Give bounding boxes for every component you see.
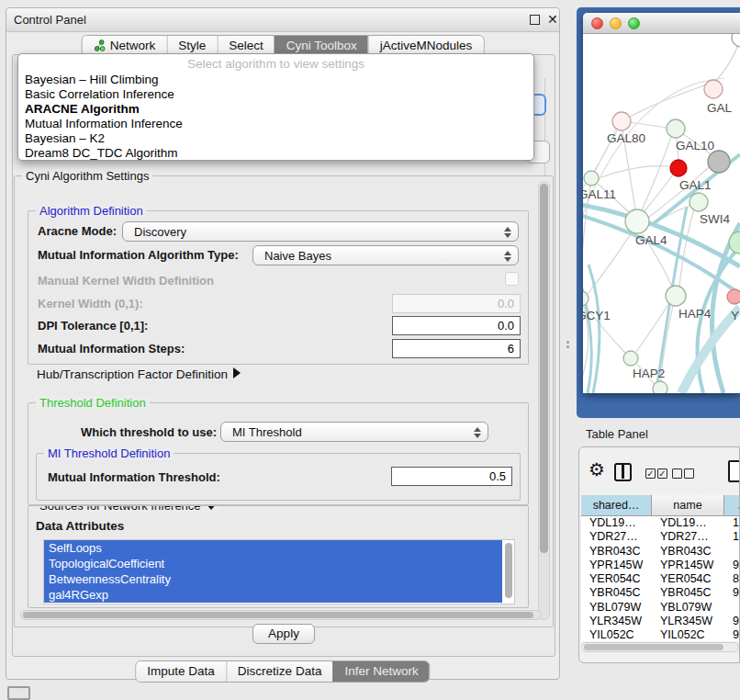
table-header-row: shared…nameA [581, 495, 740, 516]
algorithm-option[interactable]: Dream8 DC_TDC Algorithm [18, 146, 533, 161]
table-cell: YLR345W [581, 615, 652, 628]
apply-button[interactable]: Apply [252, 624, 315, 644]
threshold-definition-title: Threshold Definition [36, 396, 150, 410]
network-edge[interactable] [644, 175, 673, 212]
settings-horizontal-scrollbar[interactable] [20, 610, 542, 620]
unchecked-checkbox-icon[interactable] [672, 469, 682, 479]
network-view-frame: GALGAL80GAL10GAL1GAL11SWI4GAL4GCY1HAP4YH… [577, 7, 740, 418]
split-columns-icon[interactable] [614, 463, 632, 481]
table-cell: YBR043C [652, 545, 724, 559]
sources-group-title[interactable]: Sources for Network Inference [36, 505, 220, 513]
column-header[interactable]: shared… [581, 495, 652, 516]
table-row[interactable]: YLR345WYLR345W9. [581, 615, 740, 628]
network-node-y[interactable] [727, 289, 740, 304]
close-icon[interactable]: ✕ [547, 12, 558, 27]
algorithm-option[interactable]: Basic Correlation Inference [18, 87, 533, 102]
attribute-item-selected[interactable]: gal4RGexp [44, 587, 502, 603]
network-edge[interactable] [630, 85, 707, 117]
dpi-tolerance-field[interactable]: 0.0 [392, 316, 521, 335]
mi-threshold-definition-title: MI Threshold Definition [44, 446, 174, 460]
cyni-algorithm-settings-group: Cyni Algorithm Settings Algorithm Defini… [14, 175, 554, 627]
settings-vertical-scrollbar[interactable] [538, 181, 550, 620]
scrollbar-thumb[interactable] [540, 184, 548, 553]
tab-infer-network[interactable]: Infer Network [332, 661, 429, 682]
network-node-hap2[interactable] [623, 351, 638, 366]
close-traffic-light-icon[interactable] [591, 17, 603, 29]
threshold-definition-group: Threshold Definition Which threshold to … [28, 402, 529, 505]
table-row[interactable]: YBR045CYBR045C9. [581, 586, 740, 600]
aracne-mode-combobox[interactable]: Discovery [122, 221, 519, 242]
collapsed-panel-icon[interactable] [7, 686, 30, 700]
which-threshold-combobox[interactable]: MI Threshold [220, 422, 488, 442]
network-edge[interactable] [642, 137, 671, 210]
table-row[interactable]: YER054CYER054C8. [581, 572, 740, 586]
attribute-item-selected[interactable]: SelfLoops [44, 540, 502, 556]
tab-discretize-data[interactable]: Discretize Data [226, 661, 333, 682]
network-node-label: GAL4 [635, 233, 667, 247]
algorithm-option[interactable]: Bayesian – K2 [18, 131, 533, 146]
algorithm-option[interactable]: Bayesian – Hill Climbing [18, 73, 533, 87]
tab-impute-data[interactable]: Impute Data [136, 661, 226, 682]
mi-algorithm-type-combobox[interactable]: Naive Bayes [252, 245, 519, 265]
column-header[interactable]: A [724, 495, 740, 516]
table-row[interactable]: YBL079WYBL079W [581, 601, 740, 615]
algorithm-list: Bayesian – Hill ClimbingBasic Correlatio… [18, 73, 533, 161]
table-cell: YLR345W [652, 615, 724, 628]
network-edge[interactable] [679, 209, 694, 286]
clipped-toolbar-icon[interactable] [728, 460, 740, 482]
panel-divider-handle[interactable] [566, 341, 570, 349]
scrollbar-thumb[interactable] [505, 543, 512, 598]
table-row[interactable]: YBR043CYBR043C [581, 545, 740, 559]
table-row[interactable]: YDR27…YDR27…12 [581, 530, 740, 544]
kernel-width-field[interactable]: 0.0 [392, 294, 521, 313]
network-node-label: GAL80 [607, 131, 645, 145]
checked-checkbox-icon[interactable]: ✓ [657, 469, 667, 479]
network-node[interactable] [732, 34, 740, 47]
table-cell: 9. [724, 628, 740, 641]
network-node-gal1[interactable] [670, 160, 687, 176]
network-node-gal4[interactable] [625, 209, 649, 233]
unchecked-checkbox-icon[interactable] [684, 469, 694, 479]
mi-steps-field[interactable]: 6 [392, 339, 521, 358]
manual-kernel-checkbox[interactable] [505, 272, 519, 286]
network-node[interactable] [653, 381, 667, 393]
table-cell [724, 545, 740, 559]
algorithm-placeholder: Select algorithm to view settings [18, 57, 533, 71]
scrollbar-thumb[interactable] [584, 644, 723, 650]
network-node-swi4[interactable] [690, 193, 708, 211]
table-cell: YDL19… [652, 516, 724, 530]
minimize-traffic-light-icon[interactable] [610, 17, 622, 29]
mi-threshold-field[interactable]: 0.5 [391, 467, 512, 486]
table-row[interactable]: YPR145WYPR145W9. [581, 559, 740, 572]
algorithm-option[interactable]: Mutual Information Inference [18, 117, 533, 131]
algorithm-option[interactable]: ARACNE Algorithm [18, 102, 533, 117]
table-row[interactable]: YIL052CYIL052C9. [581, 628, 740, 641]
attribute-item-selected[interactable]: TopologicalCoefficient [44, 556, 502, 571]
network-edge[interactable] [583, 186, 590, 291]
network-node-gal10[interactable] [667, 119, 685, 138]
attribute-item-selected[interactable]: BetweennessCentrality [44, 571, 502, 587]
network-node[interactable] [708, 151, 730, 173]
data-attributes-label: Data Attributes [36, 519, 124, 533]
network-window-titlebar[interactable] [583, 13, 740, 34]
float-window-icon[interactable] [530, 15, 540, 25]
sources-group: Sources for Network Inference Data Attri… [28, 505, 529, 608]
column-header[interactable]: name [652, 495, 724, 516]
data-attributes-list[interactable]: SelfLoopsTopologicalCoefficientBetweenne… [43, 539, 515, 604]
network-node-gal11[interactable] [584, 171, 599, 186]
network-node[interactable] [729, 231, 740, 254]
network-canvas[interactable]: GALGAL80GAL10GAL1GAL11SWI4GAL4GCY1HAP4YH… [583, 34, 740, 393]
table-row[interactable]: YDL19…YDL19…13 [581, 516, 740, 530]
table-horizontal-scrollbar[interactable] [581, 642, 739, 652]
checked-checkbox-icon[interactable]: ✓ [645, 469, 656, 479]
network-node-gal80[interactable] [612, 112, 631, 130]
zoom-traffic-light-icon[interactable] [628, 17, 640, 29]
network-node-label: GCY1 [583, 309, 611, 322]
hub-definition-toggle[interactable]: Hub/Transcription Factor Definition [37, 367, 241, 381]
scrollbar-thumb[interactable] [23, 612, 533, 618]
table-cell: YER054C [581, 572, 652, 586]
algorithm-definition-title: Algorithm Definition [36, 204, 147, 218]
gear-icon[interactable]: ⚙ [589, 459, 605, 480]
network-node-gal[interactable] [704, 80, 723, 98]
network-node-hap4[interactable] [666, 286, 686, 306]
